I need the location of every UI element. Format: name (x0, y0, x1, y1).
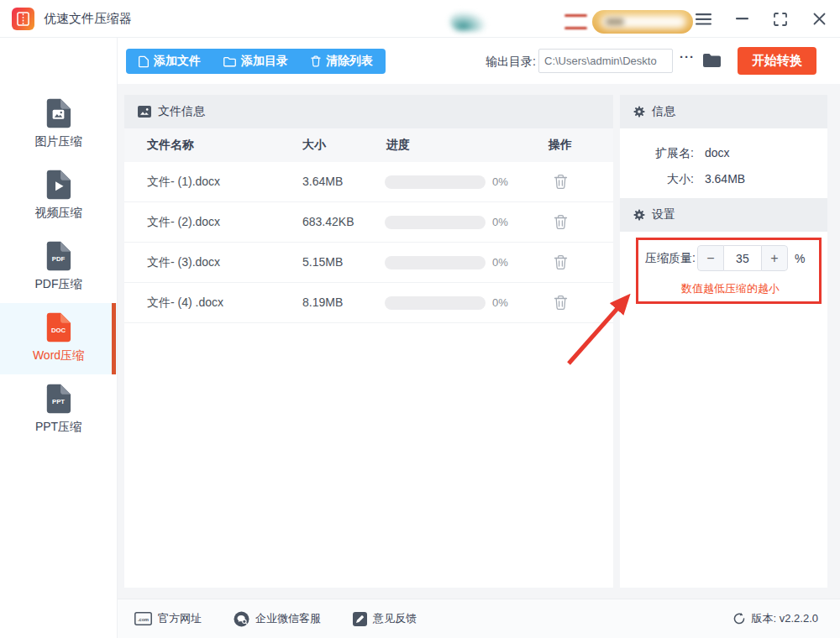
menu-icon[interactable] (694, 10, 712, 29)
extension-value: docx (705, 146, 730, 160)
sidebar-item-ppt-compress[interactable]: PPT PPT压缩 (0, 374, 117, 446)
app-logo-icon (12, 8, 34, 30)
folder-icon (223, 56, 236, 67)
doc-file-icon: DOC (45, 312, 71, 343)
add-directory-button[interactable]: 添加目录 (223, 54, 288, 69)
table-row[interactable]: 文件- (3).docx 5.15MB 0% (124, 243, 613, 283)
quality-stepper: − + (697, 245, 788, 271)
svg-text:DOC: DOC (51, 327, 66, 334)
more-options-button[interactable]: ··· (680, 50, 695, 64)
delete-file-button[interactable] (554, 254, 568, 274)
progress-bar (385, 296, 486, 310)
file-name: 文件- (2).docx (147, 215, 220, 230)
trash-icon (554, 214, 568, 230)
redacted-vip-button-blur[interactable] (592, 10, 693, 34)
progress-label: 0% (492, 296, 508, 309)
delete-file-button[interactable] (554, 214, 568, 233)
file-list-panel: 文件信息 文件名称 大小 进度 操作 文件- (1).docx 3.64MB 0… (124, 95, 613, 588)
quality-increase-button[interactable]: + (761, 245, 788, 271)
footer: .com 官方网址 企业微信客服 意见反馈 (118, 599, 840, 638)
clear-list-button[interactable]: 清除列表 (311, 54, 373, 69)
info-panel-header: 信息 (620, 95, 827, 128)
redacted-text-blur (564, 14, 587, 29)
progress-label: 0% (492, 216, 508, 228)
sidebar-item-label: Word压缩 (33, 348, 84, 363)
window-controls (694, 0, 828, 38)
info-body: 扩展名: docx 大小: 3.64MB (620, 128, 827, 198)
add-file-button[interactable]: 添加文件 (139, 54, 201, 69)
svg-text:.com: .com (138, 617, 149, 622)
file-panel-title: 文件信息 (158, 104, 205, 119)
file-name: 文件- (1).docx (147, 175, 220, 190)
output-dir-label: 输出目录: (486, 55, 536, 70)
app-title: 优速文件压缩器 (44, 11, 132, 27)
start-convert-button[interactable]: 开始转换 (738, 47, 816, 75)
file-name: 文件- (3).docx (147, 255, 220, 270)
size-label: 大小: (620, 166, 694, 192)
settings-panel-title: 设置 (652, 207, 675, 222)
ppt-file-icon: PPT (45, 384, 71, 414)
delete-file-button[interactable] (554, 295, 568, 314)
file-size: 5.15MB (302, 255, 343, 269)
app-window: 优速文件压缩器 (0, 0, 840, 638)
redacted-logo-blur (450, 11, 487, 31)
column-size: 大小 (302, 138, 326, 153)
gear-icon (633, 209, 645, 221)
toolbar: 添加文件 添加目录 清除列表 输出目录: C:\Users\ad (118, 38, 840, 84)
column-action: 操作 (549, 138, 572, 153)
progress-bar (385, 256, 486, 269)
update-icon (732, 612, 746, 625)
browse-folder-icon[interactable] (702, 53, 722, 71)
sidebar-item-label: 图片压缩 (35, 134, 82, 149)
main-area: 文件信息 文件名称 大小 进度 操作 文件- (1).docx 3.64MB 0… (118, 84, 840, 599)
version-text: 版本: v2.2.2.0 (752, 611, 818, 626)
sidebar-item-pdf-compress[interactable]: PDF PDF压缩 (0, 232, 117, 303)
info-panel-title: 信息 (652, 104, 675, 119)
feedback-link[interactable]: 意见反馈 (353, 611, 417, 626)
svg-text:PDF: PDF (52, 255, 66, 263)
pdf-file-icon: PDF (45, 241, 71, 271)
quality-input[interactable] (724, 245, 761, 271)
quality-decrease-button[interactable]: − (697, 245, 724, 271)
trash-icon (554, 254, 568, 270)
progress-bar (385, 175, 486, 189)
svg-text:PPT: PPT (52, 398, 65, 405)
percent-sign: % (795, 252, 805, 265)
close-icon[interactable] (810, 10, 828, 29)
image-file-icon (45, 98, 71, 128)
toolbar-button-group: 添加文件 添加目录 清除列表 (126, 49, 386, 74)
website-icon: .com (134, 612, 152, 625)
trash-icon (554, 295, 568, 311)
table-row[interactable]: 文件- (1).docx 3.64MB 0% (124, 162, 613, 202)
trash-icon (554, 174, 568, 190)
progress-label: 0% (492, 256, 508, 269)
wechat-service-icon (234, 611, 249, 627)
minimize-icon[interactable] (732, 10, 751, 29)
file-info-icon (138, 106, 151, 118)
quality-label: 压缩质量: (645, 251, 696, 266)
column-progress: 进度 (386, 138, 410, 153)
progress-bar (385, 216, 486, 229)
wechat-support-link[interactable]: 企业微信客服 (234, 611, 321, 627)
file-size: 3.64MB (302, 175, 343, 188)
delete-file-button[interactable] (554, 174, 568, 193)
table-row[interactable]: 文件- (4) .docx 8.19MB 0% (124, 283, 613, 323)
file-size: 8.19MB (302, 295, 343, 309)
maximize-icon[interactable] (771, 10, 790, 29)
sidebar: 图片压缩 视频压缩 PDF PDF压缩 DOC Word (0, 38, 118, 638)
official-website-link[interactable]: .com 官方网址 (134, 611, 202, 626)
output-dir-input[interactable]: C:\Users\admin\Deskto (538, 49, 673, 73)
gear-icon (633, 106, 645, 118)
sidebar-item-label: PDF压缩 (35, 277, 82, 292)
quality-note: 数值越低压缩的越小 (620, 281, 827, 296)
file-name: 文件- (4) .docx (147, 295, 223, 311)
sidebar-item-image-compress[interactable]: 图片压缩 (0, 89, 117, 160)
detail-panel: 信息 扩展名: docx 大小: 3.64MB (620, 95, 827, 588)
file-size: 683.42KB (302, 215, 354, 228)
size-value: 3.64MB (705, 172, 745, 186)
file-panel-header: 文件信息 (124, 95, 613, 128)
sidebar-item-word-compress[interactable]: DOC Word压缩 (0, 303, 117, 374)
feedback-icon (353, 612, 367, 626)
table-row[interactable]: 文件- (2).docx 683.42KB 0% (124, 202, 613, 243)
sidebar-item-video-compress[interactable]: 视频压缩 (0, 160, 117, 232)
